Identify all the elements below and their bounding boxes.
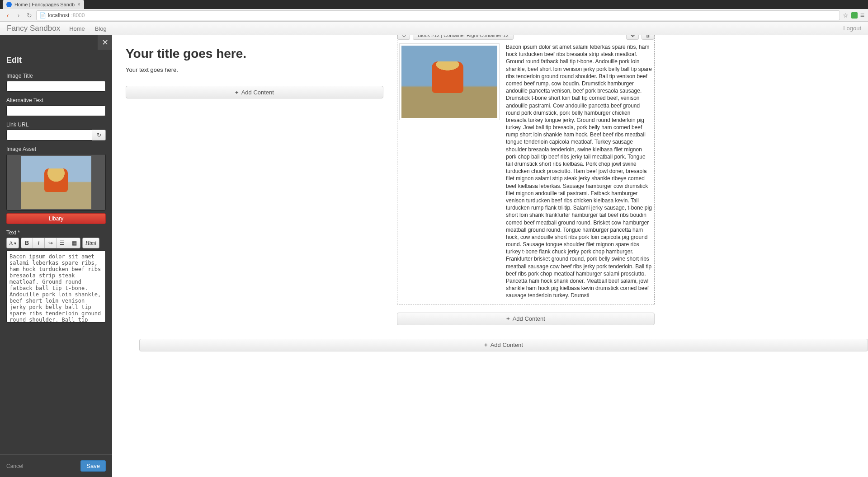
image-title-label: Image Title [6, 73, 106, 79]
page-icon: 📄 [39, 12, 46, 19]
reload-button[interactable]: ↻ [25, 11, 33, 19]
add-content-label: Add Content [241, 89, 274, 96]
tab-title: Home | Fancypages Sandb [14, 2, 75, 7]
sidebar-footer: Cancel Save [0, 454, 112, 477]
back-button[interactable]: ‹ [4, 11, 12, 19]
block-text: Bacon ipsum dolor sit amet salami leberk… [506, 43, 652, 299]
main-canvas: Your title goes here. Your text goes her… [112, 35, 868, 477]
forward-button[interactable]: › [14, 11, 23, 19]
trash-icon: 🗑 [646, 35, 651, 38]
add-content-left-button[interactable]: + Add Content [126, 86, 383, 98]
block-header: ↻ Block #12 | Container Right-Container-… [397, 35, 654, 42]
bookmark-star-icon[interactable]: ☆ [843, 12, 849, 19]
url-port: :8000 [71, 12, 85, 19]
address-bar-right: ☆ ≡ [843, 11, 864, 19]
image-asset-label: Image Asset [6, 146, 106, 152]
edit-sidebar: ✕ Edit Image Title Alternative Text Link… [0, 35, 112, 477]
browser-chrome: Home | Fancypages Sandb × ‹ › ↻ 📄 localh… [0, 0, 868, 22]
refresh-icon: ↻ [402, 35, 406, 38]
bold-button[interactable]: B [21, 238, 33, 248]
block-body: Bacon ipsum dolor sit amet salami leberk… [397, 42, 654, 304]
browser-tab[interactable]: Home | Fancypages Sandb × [3, 0, 84, 9]
add-content-label: Add Content [491, 341, 523, 348]
link-url-refresh-button[interactable]: ↻ [92, 130, 106, 140]
alt-text-input[interactable] [6, 105, 106, 116]
link-url-label: Link URL [6, 122, 106, 128]
browser-menu-icon[interactable]: ≡ [860, 11, 864, 19]
table-icon: ▦ [72, 240, 77, 246]
nav-link-home[interactable]: Home [69, 25, 85, 32]
block-image-thumbnail [401, 46, 497, 118]
block-image [399, 43, 500, 120]
redo-button[interactable]: ↪ [45, 238, 57, 248]
italic-button[interactable]: I [33, 238, 45, 248]
list-icon: ☰ [60, 240, 65, 246]
html-button[interactable]: Html [83, 238, 99, 248]
list-button[interactable]: ☰ [57, 238, 68, 248]
font-size-button[interactable]: A ▾ [7, 238, 19, 248]
app-navbar: Fancy Sandbox Home Blog Logout [0, 22, 868, 35]
plus-icon: + [506, 315, 510, 322]
url-host: localhost [48, 12, 69, 19]
editor-toolbar: A ▾ B I ↪ ☰ ▦ Html [6, 238, 106, 248]
tab-bar: Home | Fancypages Sandb × [0, 0, 868, 9]
save-button[interactable]: Save [80, 460, 106, 472]
workspace: ✕ Edit Image Title Alternative Text Link… [0, 35, 868, 477]
nav-link-blog[interactable]: Blog [95, 25, 107, 32]
block-move-button[interactable]: ✥ [626, 35, 639, 40]
text-field-label: Text * [6, 229, 106, 236]
library-button[interactable]: Libary [6, 213, 106, 224]
favicon-icon [6, 2, 12, 7]
tab-close-icon[interactable]: × [77, 1, 80, 8]
block-container: ↻ Block #12 | Container Right-Container-… [397, 35, 655, 304]
image-title-input[interactable] [6, 81, 106, 92]
block-edit-button[interactable]: ↻ [397, 35, 410, 40]
sidebar-body: Edit Image Title Alternative Text Link U… [0, 35, 112, 454]
image-thumbnail [21, 156, 91, 209]
alt-text-label: Alternative Text [6, 97, 106, 103]
page-title: Your title goes here. [126, 47, 383, 61]
text-editor[interactable] [6, 250, 106, 323]
extension-icon[interactable] [851, 12, 858, 19]
app-nav: Home Blog [69, 25, 115, 32]
cancel-button[interactable]: Cancel [6, 463, 23, 469]
logout-link[interactable]: Logout [843, 25, 861, 32]
right-column: ↻ Block #12 | Container Right-Container-… [397, 35, 655, 325]
image-asset-preview [6, 154, 106, 210]
table-button[interactable]: ▦ [68, 238, 80, 248]
sidebar-heading: Edit [6, 56, 106, 68]
refresh-icon: ↻ [97, 132, 101, 138]
block-delete-button[interactable]: 🗑 [642, 35, 654, 40]
add-content-bottom-button[interactable]: + Add Content [139, 339, 868, 351]
url-input[interactable]: 📄 localhost:8000 [36, 10, 840, 20]
app-brand: Fancy Sandbox [7, 24, 60, 33]
plus-icon: + [484, 341, 488, 348]
page-text: Your text goes here. [126, 66, 383, 73]
left-column: Your title goes here. Your text goes her… [126, 35, 383, 98]
add-content-label: Add Content [513, 315, 545, 322]
plus-icon: + [235, 89, 239, 96]
sidebar-close-button[interactable]: ✕ [98, 35, 112, 50]
link-url-input[interactable] [6, 130, 92, 140]
add-content-right-button[interactable]: + Add Content [397, 313, 655, 325]
block-label: Block #12 | Container Right-Container-12 [413, 35, 514, 40]
address-bar: ‹ › ↻ 📄 localhost:8000 ☆ ≡ [0, 9, 868, 22]
move-icon: ✥ [631, 35, 635, 38]
